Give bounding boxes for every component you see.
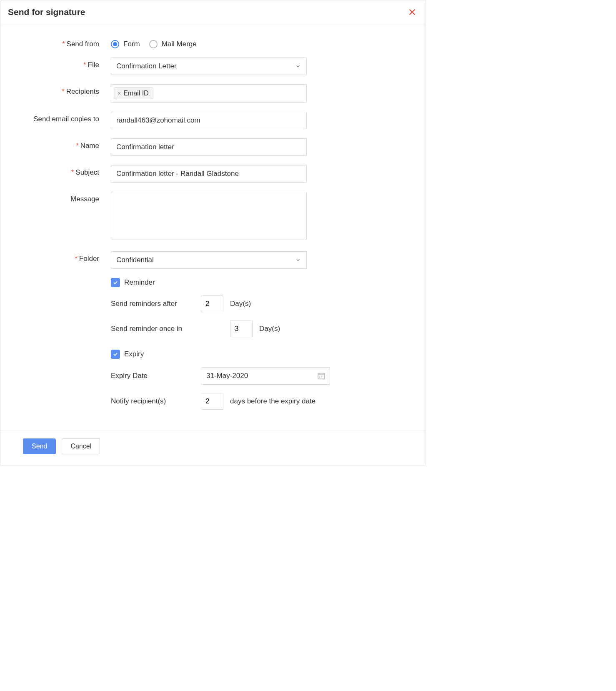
label-folder: *Folder bbox=[9, 251, 111, 263]
close-icon[interactable] bbox=[406, 6, 418, 18]
recipient-chip-label: Email ID bbox=[123, 90, 148, 97]
message-textarea[interactable] bbox=[111, 192, 307, 240]
days-unit: Day(s) bbox=[259, 325, 280, 333]
days-before-text: days before the expiry date bbox=[230, 397, 316, 406]
dialog-footer: Send Cancel bbox=[0, 431, 426, 465]
dialog-title: Send for signature bbox=[8, 7, 85, 17]
folder-select[interactable]: Confidential bbox=[111, 251, 307, 269]
notify-days-input[interactable] bbox=[201, 393, 223, 410]
svg-point-5 bbox=[320, 377, 321, 378]
reminder-once-in-input[interactable] bbox=[230, 320, 253, 337]
label-subject: *Subject bbox=[9, 165, 111, 177]
check-icon bbox=[111, 350, 120, 359]
folder-select-value: Confidential bbox=[116, 256, 154, 264]
label-name: *Name bbox=[9, 138, 111, 150]
dialog-header: Send for signature bbox=[0, 0, 426, 24]
recipient-chip: × Email ID bbox=[114, 88, 153, 99]
check-icon bbox=[111, 278, 120, 287]
label-email-copies: Send email copies to bbox=[9, 112, 111, 123]
dialog-body: *Send from Form Mail Merge *File bbox=[0, 24, 426, 431]
send-button[interactable]: Send bbox=[23, 438, 56, 454]
reminder-checkbox[interactable]: Reminder bbox=[111, 278, 307, 287]
chevron-down-icon bbox=[295, 63, 301, 70]
svg-point-4 bbox=[323, 376, 323, 377]
label-message: Message bbox=[9, 192, 111, 203]
chip-remove-icon[interactable]: × bbox=[118, 90, 121, 97]
calendar-icon[interactable] bbox=[317, 371, 326, 381]
chevron-down-icon bbox=[295, 257, 301, 263]
label-reminders-after: Send reminders after bbox=[111, 300, 194, 308]
file-select-value: Confirmation Letter bbox=[116, 62, 177, 70]
svg-point-6 bbox=[321, 377, 322, 378]
send-for-signature-dialog: Send for signature *Send from Form Mail … bbox=[0, 0, 426, 466]
label-notify-recipients: Notify recipient(s) bbox=[111, 397, 194, 406]
cancel-button[interactable]: Cancel bbox=[62, 438, 100, 454]
label-recipients: *Recipients bbox=[9, 84, 111, 96]
recipients-input[interactable]: × Email ID bbox=[111, 84, 307, 103]
label-expiry-date: Expiry Date bbox=[111, 372, 194, 380]
reminder-label: Reminder bbox=[124, 278, 155, 287]
expiry-checkbox[interactable]: Expiry bbox=[111, 350, 336, 359]
label-file: *File bbox=[9, 58, 111, 69]
radio-form[interactable]: Form bbox=[111, 40, 140, 48]
reminders-after-input[interactable] bbox=[201, 295, 223, 312]
radio-mail-merge[interactable]: Mail Merge bbox=[149, 40, 197, 48]
label-send-from: *Send from bbox=[9, 37, 111, 48]
label-reminder-once-in: Send reminder once in bbox=[111, 325, 194, 333]
expiry-date-input[interactable] bbox=[201, 367, 330, 385]
subject-input[interactable] bbox=[111, 165, 307, 183]
name-input[interactable] bbox=[111, 138, 307, 156]
days-unit: Day(s) bbox=[230, 300, 251, 308]
file-select[interactable]: Confirmation Letter bbox=[111, 58, 307, 75]
radio-dot-icon bbox=[111, 40, 119, 48]
send-from-radio-group: Form Mail Merge bbox=[111, 37, 307, 48]
email-copies-input[interactable] bbox=[111, 112, 307, 129]
svg-point-3 bbox=[321, 376, 322, 377]
expiry-label: Expiry bbox=[124, 350, 144, 358]
svg-point-2 bbox=[320, 376, 321, 377]
radio-dot-icon bbox=[149, 40, 158, 48]
